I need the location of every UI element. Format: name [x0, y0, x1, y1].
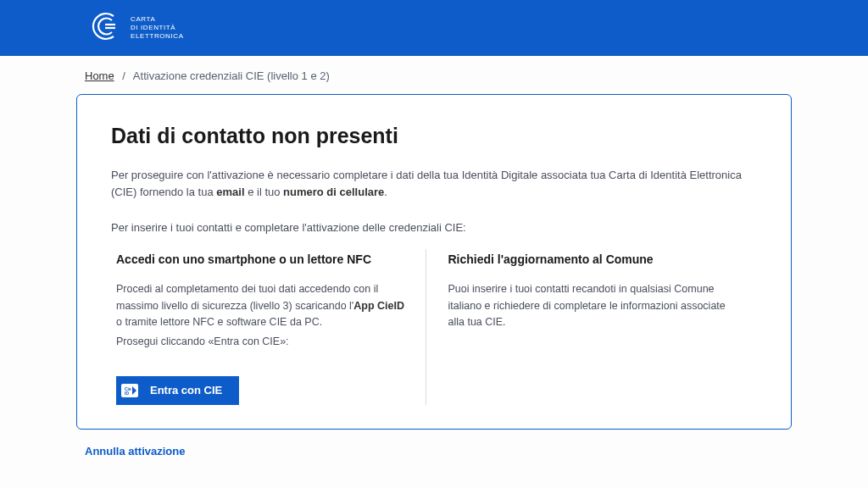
entra-con-cie-button[interactable]: Cie ID Entra con CIE — [116, 376, 239, 405]
entra-con-cie-label: Entra con CIE — [143, 384, 239, 396]
cie-logo-icon — [88, 9, 122, 47]
options-columns: Accedi con uno smartphone o un lettore N… — [111, 249, 757, 405]
cancel-activation-link[interactable]: Annulla attivazione — [85, 445, 185, 458]
option-comune: Richiedi l'aggiornamento al Comune Puoi … — [426, 249, 758, 405]
lead-text: Per inserire i tuoi contatti e completar… — [111, 221, 757, 234]
brand-logo[interactable]: CARTA DI IDENTITÀ ELETTRONICA — [88, 9, 184, 47]
brand-text: CARTA DI IDENTITÀ ELETTRONICA — [131, 15, 184, 41]
breadcrumb: Home / Attivazione credenziali CIE (live… — [76, 56, 792, 94]
option-comune-desc: Puoi inserire i tuoi contatti recandoti … — [448, 281, 743, 330]
option-nfc-cta-text: Prosegui cliccando «Entra con CIE»: — [116, 334, 410, 350]
option-comune-heading: Richiedi l'aggiornamento al Comune — [448, 252, 743, 266]
option-nfc-heading: Accedi con uno smartphone o un lettore N… — [116, 252, 410, 266]
breadcrumb-current: Attivazione credenziali CIE (livello 1 e… — [133, 69, 330, 82]
breadcrumb-separator: / — [122, 69, 125, 82]
option-nfc-desc: Procedi al completamento dei tuoi dati a… — [116, 281, 410, 330]
breadcrumb-home-link[interactable]: Home — [85, 69, 114, 82]
page-title: Dati di contatto non presenti — [111, 124, 757, 148]
panel-contact-missing: Dati di contatto non presenti Per proseg… — [76, 94, 792, 430]
intro-text: Per proseguire con l'attivazione è neces… — [111, 167, 757, 201]
header-bar: CARTA DI IDENTITÀ ELETTRONICA — [0, 0, 868, 56]
svg-text:ID: ID — [125, 391, 129, 396]
cieid-icon: Cie ID — [116, 376, 143, 405]
option-nfc: Accedi con uno smartphone o un lettore N… — [111, 249, 426, 405]
